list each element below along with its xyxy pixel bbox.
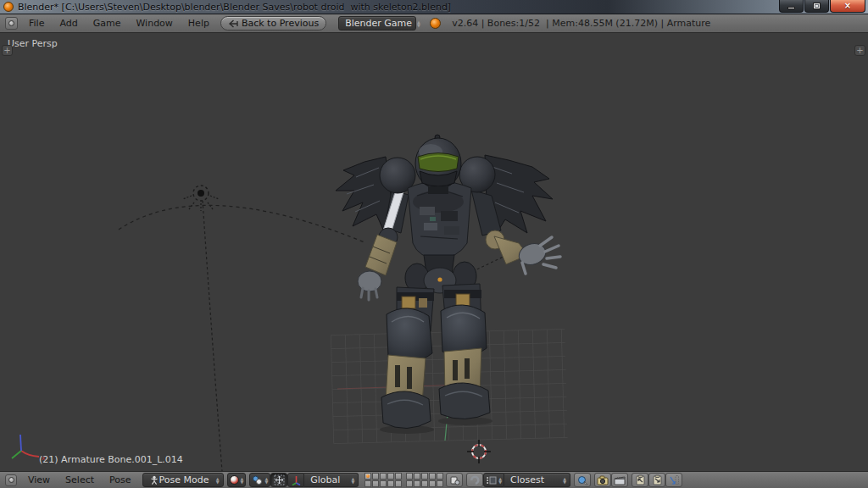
viewport-shading-dropdown[interactable]: ▲▼	[227, 473, 247, 487]
layer-cell[interactable]	[387, 473, 394, 480]
pose-mode-icon	[149, 475, 159, 485]
robot-hand-left	[358, 271, 381, 291]
layer-cell[interactable]	[395, 480, 402, 487]
snap-target-dropdown-value: Closest	[510, 474, 558, 485]
snap-target-dropdown[interactable]: Closest ▲▼	[504, 473, 570, 487]
back-to-previous-label: Back to Previous	[242, 18, 319, 29]
translate-manipulator-icon	[274, 474, 285, 485]
menu-file[interactable]: File	[21, 18, 52, 29]
opengl-render-anim-button[interactable]	[611, 473, 628, 487]
orientation-axis-icon-button	[287, 473, 304, 487]
maximize-button[interactable]	[804, 0, 829, 13]
dropdown-arrows-icon: ▲▼	[241, 477, 244, 484]
paste-flipped-pose-icon	[669, 474, 680, 485]
mode-dropdown-value: Pose Mode	[159, 474, 211, 485]
info-header: File Add Game Window Help Back to Previo…	[0, 14, 868, 33]
blender-app-icon	[3, 2, 14, 12]
menu-game[interactable]: Game	[86, 18, 129, 29]
manipulator-translate-toggle[interactable]	[270, 473, 287, 487]
layer-cell[interactable]	[406, 480, 413, 487]
viewport-editor-type-button[interactable]	[5, 474, 17, 486]
minimize-button[interactable]	[779, 0, 804, 13]
snap-element-dropdown[interactable]: ▲▼	[483, 473, 504, 487]
window-title: Blender* [C:\Users\Steven\Desktop\blende…	[18, 2, 451, 13]
snap-toggle-button[interactable]	[466, 473, 483, 487]
blender-logo-icon	[430, 18, 441, 29]
dropdown-arrows-icon: ▲▼	[351, 477, 354, 484]
title-bar: Blender* [C:\Users\Steven\Desktop\blende…	[0, 0, 868, 14]
menu-pose[interactable]: Pose	[102, 474, 138, 485]
maximize-icon	[813, 3, 821, 9]
layer-cell[interactable]	[421, 473, 428, 480]
layer-cell[interactable]	[414, 480, 420, 487]
layer-cell[interactable]	[380, 473, 387, 480]
dropdown-arrows-icon: ▲▼	[417, 20, 420, 27]
camera-icon	[597, 475, 609, 485]
minimize-icon	[787, 7, 795, 9]
properties-expand-button[interactable]: +	[854, 45, 865, 56]
axes-icon	[291, 474, 302, 485]
copy-pose-icon	[635, 474, 646, 485]
menu-window[interactable]: Window	[128, 18, 180, 29]
paste-pose-button[interactable]	[648, 473, 665, 487]
engine-dropdown-value: Blender Game	[345, 18, 412, 29]
paste-flipped-pose-button[interactable]	[665, 473, 682, 487]
viewport-header: View Select Pose Pose Mode ▲▼ ▲▼ ▲▼	[0, 471, 868, 488]
opengl-render-button[interactable]	[594, 473, 611, 487]
layer-cell[interactable]	[421, 480, 428, 487]
layer-cell[interactable]	[395, 473, 402, 480]
layer-cell[interactable]	[372, 473, 379, 480]
close-icon: ×	[844, 2, 851, 10]
clapperboard-icon	[614, 475, 626, 485]
dropdown-arrows-icon: ▲▼	[264, 477, 268, 484]
3d-viewport[interactable]: x User Persp (21) Armature Bone.001_L.01…	[0, 33, 868, 471]
layer-cell[interactable]	[364, 480, 371, 487]
mode-dropdown[interactable]: Pose Mode ▲▼	[142, 473, 224, 487]
layer-cell[interactable]	[414, 473, 420, 480]
status-stats-text: v2.64 | Bones:1/52 | Mem:48.55M (21.72M)…	[452, 18, 710, 29]
lamp-object[interactable]	[183, 186, 219, 211]
layer-cell[interactable]	[406, 473, 413, 480]
layer-cell[interactable]	[429, 473, 436, 480]
editor-type-icon	[8, 20, 14, 26]
layer-cell[interactable]	[437, 480, 443, 487]
robot-hand-right	[516, 237, 560, 274]
back-arrow-icon	[228, 19, 238, 28]
menu-help[interactable]: Help	[181, 18, 217, 29]
snap-element-icon	[486, 475, 497, 485]
robot-model[interactable]	[336, 135, 560, 434]
pivot-point-dropdown[interactable]: ▲▼	[249, 473, 270, 487]
menu-view[interactable]: View	[20, 474, 58, 485]
layer-cell[interactable]	[437, 473, 443, 480]
snap-self-button[interactable]	[574, 473, 591, 487]
snap-self-icon	[577, 474, 588, 485]
editor-type-button[interactable]	[5, 17, 18, 30]
viewport-editor-type-icon	[8, 477, 14, 483]
copy-pose-button[interactable]	[632, 473, 648, 487]
layer-cell[interactable]	[372, 480, 379, 487]
scene-lock-button[interactable]	[446, 473, 463, 487]
3d-cursor[interactable]	[467, 440, 491, 463]
close-button[interactable]: ×	[830, 0, 865, 13]
paste-pose-icon	[652, 474, 663, 485]
engine-dropdown[interactable]: Blender Game ▲▼	[338, 16, 416, 30]
back-to-previous-button[interactable]: Back to Previous	[220, 16, 326, 30]
orientation-dropdown-value: Global	[310, 474, 346, 485]
menu-add[interactable]: Add	[52, 18, 85, 29]
dropdown-arrows-icon: ▲▼	[563, 477, 566, 484]
scene-lock-icon	[449, 475, 460, 485]
menu-select[interactable]: Select	[58, 474, 102, 485]
layer-cell[interactable]	[429, 480, 436, 487]
layers-grid[interactable]	[364, 473, 443, 487]
shading-ball-icon	[230, 475, 239, 485]
pivot-median-icon	[252, 475, 263, 485]
layer-cell[interactable]	[380, 480, 387, 487]
snap-magnet-icon	[470, 474, 481, 485]
layer-cell[interactable]	[387, 480, 394, 487]
toolshelf-expand-button[interactable]: +	[2, 45, 13, 56]
3d-viewport-scene[interactable]: x	[0, 33, 868, 471]
dropdown-arrows-icon: ▲▼	[216, 477, 220, 484]
orientation-dropdown[interactable]: Global ▲▼	[304, 473, 359, 487]
view-mode-label: User Persp	[8, 38, 58, 49]
layer-cell[interactable]	[364, 473, 371, 480]
